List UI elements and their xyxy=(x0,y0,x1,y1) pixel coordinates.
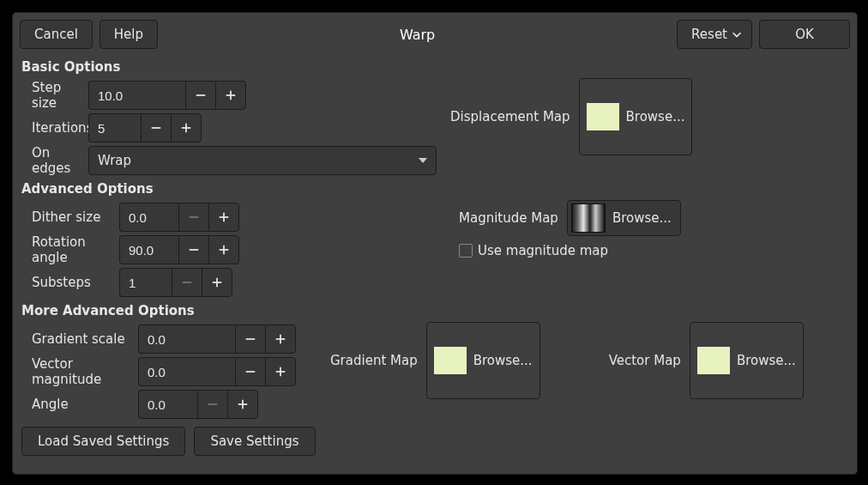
displacement-map-button[interactable]: Browse... xyxy=(587,103,685,130)
help-label: Help xyxy=(114,27,143,42)
basic-section-label: Basic Options xyxy=(21,59,852,75)
plus-button[interactable] xyxy=(171,113,202,142)
browse-label: Browse... xyxy=(737,353,796,368)
displacement-map-frame: Browse... xyxy=(579,78,693,155)
plus-button[interactable] xyxy=(227,390,258,419)
save-settings-button[interactable]: Save Settings xyxy=(194,427,315,456)
step-size-input[interactable] xyxy=(88,81,185,110)
ok-label: OK xyxy=(795,27,814,42)
angle-label: Angle xyxy=(32,397,138,412)
gradient-scale-label: Gradient scale xyxy=(32,331,138,347)
load-saved-settings-button[interactable]: Load Saved Settings xyxy=(21,427,185,456)
rotation-angle-spinner xyxy=(119,235,239,264)
vector-map-frame: Browse... xyxy=(690,322,804,399)
cancel-label: Cancel xyxy=(34,27,78,42)
ok-button[interactable]: OK xyxy=(759,20,850,49)
iterations-label: Iterations xyxy=(32,120,88,136)
svg-rect-12 xyxy=(183,282,192,283)
substeps-spinner xyxy=(119,268,232,297)
svg-rect-9 xyxy=(190,249,199,251)
minus-button[interactable] xyxy=(178,203,208,232)
svg-rect-5 xyxy=(185,124,187,133)
gradient-thumbnail xyxy=(434,347,467,374)
svg-rect-20 xyxy=(280,367,281,377)
on-edges-value: Wrap xyxy=(98,153,419,168)
svg-rect-2 xyxy=(230,91,232,100)
iterations-spinner xyxy=(88,113,202,142)
minus-button[interactable] xyxy=(235,324,265,354)
displacement-map-label: Displacement Map xyxy=(450,109,570,124)
on-edges-label: On edges xyxy=(32,145,88,176)
minus-button[interactable] xyxy=(178,235,208,264)
svg-rect-21 xyxy=(208,403,218,405)
cancel-button[interactable]: Cancel xyxy=(20,20,93,49)
gradient-scale-spinner xyxy=(138,324,296,354)
use-magnitude-map-label: Use magnitude map xyxy=(478,243,608,258)
svg-rect-23 xyxy=(242,400,244,409)
svg-rect-15 xyxy=(246,338,256,340)
minus-button[interactable] xyxy=(185,81,215,110)
magnitude-map-label: Magnitude Map xyxy=(459,210,558,226)
step-size-spinner xyxy=(88,81,246,110)
minus-button[interactable] xyxy=(141,113,171,142)
svg-rect-18 xyxy=(246,371,256,373)
substeps-label: Substeps xyxy=(32,275,119,290)
gradient-scale-input[interactable] xyxy=(138,324,235,354)
advanced-section-label: Advanced Options xyxy=(21,181,852,197)
browse-label: Browse... xyxy=(473,353,533,368)
iterations-input[interactable] xyxy=(88,113,141,142)
dither-size-input[interactable] xyxy=(119,203,178,232)
step-size-label: Step size xyxy=(32,80,88,111)
vector-map-label: Vector Map xyxy=(609,353,681,368)
on-edges-select[interactable]: Wrap xyxy=(88,146,437,175)
reset-label: Reset xyxy=(691,27,727,42)
dialog-title: Warp xyxy=(158,27,677,43)
titlebar: Cancel Help Warp Reset OK xyxy=(13,13,857,56)
help-button[interactable]: Help xyxy=(99,20,158,49)
svg-rect-3 xyxy=(152,127,161,129)
svg-rect-11 xyxy=(223,246,225,255)
plus-button[interactable] xyxy=(215,81,246,110)
svg-rect-6 xyxy=(190,216,199,218)
vector-thumbnail xyxy=(697,347,730,374)
substeps-input[interactable] xyxy=(119,268,172,297)
vector-magnitude-input[interactable] xyxy=(138,357,235,386)
displacement-thumbnail xyxy=(587,103,619,130)
plus-button[interactable] xyxy=(265,324,296,354)
checkbox-box xyxy=(459,244,473,258)
angle-input[interactable] xyxy=(138,390,197,419)
minus-button[interactable] xyxy=(235,357,265,386)
use-magnitude-map-checkbox[interactable]: Use magnitude map xyxy=(459,243,608,258)
plus-button[interactable] xyxy=(202,268,232,297)
svg-rect-0 xyxy=(196,94,206,96)
rotation-angle-label: Rotation angle xyxy=(32,234,119,265)
magnitude-map-button[interactable]: Browse... xyxy=(567,200,681,236)
chevron-down-icon xyxy=(731,28,743,40)
save-label: Save Settings xyxy=(210,433,298,449)
plus-button[interactable] xyxy=(208,235,239,264)
vector-map-button[interactable]: Browse... xyxy=(697,347,796,374)
load-label: Load Saved Settings xyxy=(38,433,169,449)
gradient-map-frame: Browse... xyxy=(426,322,540,399)
plus-button[interactable] xyxy=(208,203,239,232)
gradient-map-label: Gradient Map xyxy=(330,353,418,368)
vector-magnitude-label: Vector magnitude xyxy=(32,356,138,387)
dialog-body: Basic Options Step size Iterations xyxy=(13,59,857,464)
gradient-map-button[interactable]: Browse... xyxy=(434,347,533,374)
minus-button[interactable] xyxy=(197,390,227,419)
svg-rect-17 xyxy=(280,335,281,344)
plus-button[interactable] xyxy=(265,357,296,386)
dialog-warp: Cancel Help Warp Reset OK Basic Options … xyxy=(12,12,858,475)
angle-spinner xyxy=(138,390,258,419)
minus-button[interactable] xyxy=(172,268,202,297)
reset-button[interactable]: Reset xyxy=(677,20,752,49)
vector-magnitude-spinner xyxy=(138,357,296,386)
browse-label: Browse... xyxy=(626,109,685,124)
svg-rect-8 xyxy=(223,213,225,222)
rotation-angle-input[interactable] xyxy=(119,235,178,264)
dither-size-label: Dither size xyxy=(32,209,119,225)
magnitude-thumbnail xyxy=(571,203,606,233)
browse-label: Browse... xyxy=(612,210,672,226)
dither-size-spinner xyxy=(119,203,239,232)
more-section-label: More Advanced Options xyxy=(21,303,852,318)
